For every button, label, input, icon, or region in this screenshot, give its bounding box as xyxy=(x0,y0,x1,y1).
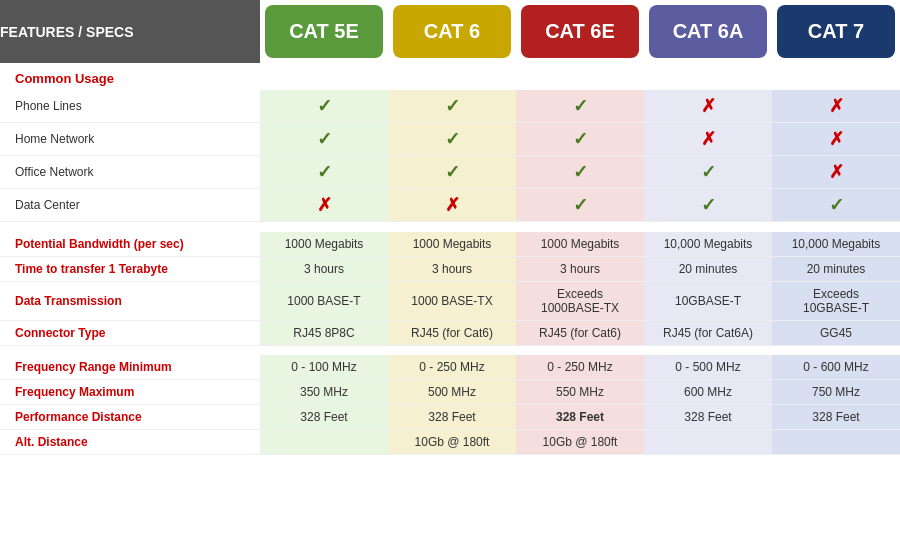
table-cell: 10,000 Megabits xyxy=(644,232,772,257)
table-cell: 0 - 250 MHz xyxy=(388,355,516,380)
check-icon: ✓ xyxy=(445,162,460,182)
table-cell: 0 - 100 MHz xyxy=(260,355,388,380)
table-row: Frequency Maximum350 MHz500 MHz550 MHz60… xyxy=(0,380,900,405)
table-row: Time to transfer 1 Terabyte3 hours3 hour… xyxy=(0,256,900,281)
check-icon: ✓ xyxy=(701,162,716,182)
table-row: Frequency Range Minimum0 - 100 MHz0 - 25… xyxy=(0,355,900,380)
cat6a-header-cell: CAT 6A xyxy=(644,0,772,63)
table-row: Phone Lines✓✓✓✗✗ xyxy=(0,90,900,123)
cat7-header-cell: CAT 7 xyxy=(772,0,900,63)
table-cell: ✗ xyxy=(388,189,516,222)
row-label: Home Network xyxy=(0,123,260,156)
table-cell: RJ45 (for Cat6) xyxy=(388,320,516,345)
row-label: Office Network xyxy=(0,156,260,189)
table-cell: 1000 Megabits xyxy=(260,232,388,257)
check-icon: ✓ xyxy=(317,129,332,149)
table-cell: 550 MHz xyxy=(516,380,644,405)
spacer-row xyxy=(0,345,900,355)
table-cell: 1000 BASE-TX xyxy=(388,281,516,320)
table-cell: GG45 xyxy=(772,320,900,345)
table-cell xyxy=(644,430,772,455)
table-cell: ✗ xyxy=(772,156,900,189)
table-cell: ✓ xyxy=(388,156,516,189)
table-cell: 10GBASE-T xyxy=(644,281,772,320)
cat6e-header-cell: CAT 6E xyxy=(516,0,644,63)
table-cell: 328 Feet xyxy=(388,405,516,430)
table-cell: 1000 Megabits xyxy=(516,232,644,257)
table-cell: 328 Feet xyxy=(260,405,388,430)
check-icon: ✓ xyxy=(573,195,588,215)
features-label: FEATURES / SPECS xyxy=(0,24,134,40)
row-label: Data Transmission xyxy=(0,281,260,320)
table-row: Performance Distance328 Feet328 Feet328 … xyxy=(0,405,900,430)
row-label: Alt. Distance xyxy=(0,430,260,455)
table-cell: 328 Feet xyxy=(516,405,644,430)
table-cell: ✓ xyxy=(772,189,900,222)
spacer-row xyxy=(0,222,900,232)
table-cell: ✓ xyxy=(260,123,388,156)
table-cell: ✓ xyxy=(388,123,516,156)
check-icon: ✓ xyxy=(573,129,588,149)
check-icon: ✓ xyxy=(445,96,460,116)
table-cell: ✗ xyxy=(772,90,900,123)
features-header: FEATURES / SPECS xyxy=(0,0,260,63)
table-cell: 0 - 500 MHz xyxy=(644,355,772,380)
table-cell: ✓ xyxy=(516,189,644,222)
table-cell: ✗ xyxy=(260,189,388,222)
table-row: Connector TypeRJ45 8P8CRJ45 (for Cat6)RJ… xyxy=(0,320,900,345)
table-cell: 1000 BASE-T xyxy=(260,281,388,320)
row-label: Frequency Range Minimum xyxy=(0,355,260,380)
table-cell: ✗ xyxy=(772,123,900,156)
section-label-row: Common Usage xyxy=(0,63,900,90)
cat7-header: CAT 7 xyxy=(777,5,895,58)
table-cell: ✓ xyxy=(260,90,388,123)
check-icon: ✓ xyxy=(701,195,716,215)
table-cell: 500 MHz xyxy=(388,380,516,405)
table-cell: 20 minutes xyxy=(644,256,772,281)
row-label: Potential Bandwidth (per sec) xyxy=(0,232,260,257)
table-cell: 1000 Megabits xyxy=(388,232,516,257)
check-icon: ✓ xyxy=(573,162,588,182)
table-cell: ✓ xyxy=(644,156,772,189)
common-usage-label: Common Usage xyxy=(0,63,900,90)
cross-icon: ✗ xyxy=(829,96,844,116)
table-row: Data Center✗✗✓✓✓ xyxy=(0,189,900,222)
row-label: Phone Lines xyxy=(0,90,260,123)
cross-icon: ✗ xyxy=(445,195,460,215)
table-cell: ✓ xyxy=(516,123,644,156)
table-cell: ✓ xyxy=(516,156,644,189)
table-cell: RJ45 8P8C xyxy=(260,320,388,345)
table-cell: 600 MHz xyxy=(644,380,772,405)
table-row: Potential Bandwidth (per sec)1000 Megabi… xyxy=(0,232,900,257)
table-cell: ✓ xyxy=(516,90,644,123)
check-icon: ✓ xyxy=(317,162,332,182)
table-row: Alt. Distance10Gb @ 180ft10Gb @ 180ft xyxy=(0,430,900,455)
table-cell: ✗ xyxy=(644,123,772,156)
row-label: Frequency Maximum xyxy=(0,380,260,405)
table-cell: ✓ xyxy=(644,189,772,222)
check-icon: ✓ xyxy=(573,96,588,116)
table-cell xyxy=(772,430,900,455)
check-icon: ✓ xyxy=(445,129,460,149)
row-label: Data Center xyxy=(0,189,260,222)
table-cell: Exceeds 10GBASE-T xyxy=(772,281,900,320)
table-cell: 3 hours xyxy=(260,256,388,281)
table-cell: Exceeds 1000BASE-TX xyxy=(516,281,644,320)
table-cell: 350 MHz xyxy=(260,380,388,405)
row-label: Time to transfer 1 Terabyte xyxy=(0,256,260,281)
row-label: Connector Type xyxy=(0,320,260,345)
table-cell: ✗ xyxy=(644,90,772,123)
table-cell: 0 - 600 MHz xyxy=(772,355,900,380)
table-cell: ✓ xyxy=(388,90,516,123)
table-cell: 10Gb @ 180ft xyxy=(388,430,516,455)
table-cell xyxy=(260,430,388,455)
table-row: Home Network✓✓✓✗✗ xyxy=(0,123,900,156)
table-cell: 10Gb @ 180ft xyxy=(516,430,644,455)
table-row: Office Network✓✓✓✓✗ xyxy=(0,156,900,189)
table-cell: 328 Feet xyxy=(644,405,772,430)
table-row: Data Transmission1000 BASE-T1000 BASE-TX… xyxy=(0,281,900,320)
cat6-header-cell: CAT 6 xyxy=(388,0,516,63)
table-cell: RJ45 (for Cat6A) xyxy=(644,320,772,345)
cross-icon: ✗ xyxy=(701,129,716,149)
check-icon: ✓ xyxy=(317,96,332,116)
